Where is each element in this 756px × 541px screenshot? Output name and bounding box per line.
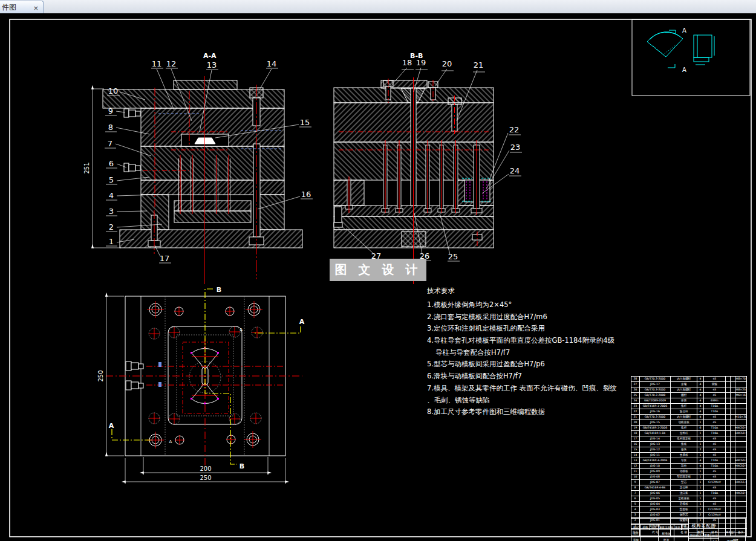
bom-cell-no: 18 xyxy=(631,431,640,436)
bom-cell-w1 xyxy=(726,404,731,409)
bom-cell-qty: 1 xyxy=(697,502,704,507)
bom-cell-name: 定位环 xyxy=(671,485,697,490)
bom-cell-name: 内六角螺钉 xyxy=(671,377,697,381)
bom-cell-w1 xyxy=(726,453,731,458)
callout-7: 7 xyxy=(108,139,112,148)
callout-22: 22 xyxy=(509,125,520,134)
callout-6: 6 xyxy=(109,159,114,168)
side-screw-9 xyxy=(124,109,140,117)
bom-cell-mat: 黄铜 xyxy=(704,382,726,387)
bom-row: 19GB/T4169.1-2006推杆6T10AHRC50-55 xyxy=(631,426,746,431)
tb-zone: 分区 xyxy=(650,525,659,530)
bom-cell-name: 水嘴 xyxy=(671,382,697,387)
bom-cell-no: 6 xyxy=(631,496,640,501)
bom-cell-no: 4 xyxy=(631,507,640,512)
section-b-bottom: B xyxy=(240,462,244,470)
bom-cell-w1 xyxy=(726,409,731,414)
bom-cell-name: 拉料杆 xyxy=(671,431,697,436)
bom-cell-no: 14 xyxy=(631,453,640,458)
bom-cell-w2 xyxy=(731,409,735,414)
bom-cell-no: 11 xyxy=(631,469,640,474)
bom-cell-w1 xyxy=(726,442,731,447)
section-a-mark-1: A xyxy=(169,439,172,444)
drawing-title: 模具装配图 xyxy=(689,519,719,533)
bom-cell-note xyxy=(735,453,747,458)
bom-cell-name: 弹簧 xyxy=(671,398,697,403)
bom-cell-mat: 45 xyxy=(704,453,726,458)
bom-row: 12JDG-10导柱4T10AHRC50-55 xyxy=(631,464,746,469)
drawing-tab[interactable]: 件图 × xyxy=(0,1,44,13)
bom-cell-qty: 2 xyxy=(697,513,704,517)
bom-cell-no: 21 xyxy=(631,415,640,420)
technical-requirements: 技术要求 1.模板外缘倒角均为2×45° 2.浇口套与定模板采用过度配合H7/m… xyxy=(427,287,630,420)
bom-cell-qty: 4 xyxy=(697,393,704,398)
bom-cell-w2 xyxy=(731,415,735,420)
bom-cell-no: 22 xyxy=(631,409,640,414)
ejector-base-plate xyxy=(174,211,251,222)
callout-9: 9 xyxy=(108,106,113,115)
bom-cell-note: M8×70 xyxy=(735,377,747,381)
bom-cell-no: 13 xyxy=(631,458,640,463)
bom-cell-w2 xyxy=(731,436,735,441)
bom-cell-note xyxy=(735,442,747,447)
bom-cell-w1 xyxy=(726,436,731,441)
bom-cell-note xyxy=(735,404,747,409)
bom-cell-no: 25 xyxy=(631,393,640,398)
bom-row: 14JDG-11支承板145 xyxy=(631,453,746,458)
bom-cell-mat: 45 xyxy=(704,415,726,420)
bom-cell-no: 16 xyxy=(631,442,640,447)
tb-date: 年月日 xyxy=(682,525,689,530)
bom-cell-w2 xyxy=(731,475,735,479)
bom-row: 8GB/T4169.4-84定位环145 xyxy=(631,485,746,491)
section-a-left: A xyxy=(109,422,114,430)
bom-cell-code: JDG-07 xyxy=(640,480,671,485)
tech-line: 7.模具、模架及其零件的工作 表面不允许有碰伤、凹痕、裂纹 xyxy=(427,384,630,396)
bom-row: 4JDG-03型腔板1Cr12MoV xyxy=(631,507,746,513)
bom-cell-qty: 4 xyxy=(697,464,704,468)
bom-cell-code: GB/T70.3-2000 xyxy=(640,377,671,381)
callout-3: 3 xyxy=(109,207,114,216)
bom-cell-w2 xyxy=(731,513,735,517)
bom-cell-w1 xyxy=(726,447,731,452)
tb-sign: 签名 xyxy=(674,525,682,530)
callout-17: 17 xyxy=(160,254,170,263)
tab-close-icon[interactable]: × xyxy=(33,2,39,15)
bom-cell-mat: 45 xyxy=(704,502,726,507)
bom-cell-w1 xyxy=(726,393,731,398)
bom-cell-name: 动模座板 xyxy=(671,420,697,425)
bom-cell-no: 15 xyxy=(631,447,640,452)
bom-cell-qty: 1 xyxy=(697,475,704,479)
bom-cell-name: 螺钉 xyxy=(671,393,697,398)
ejector-retainer-plate xyxy=(174,201,251,211)
fit-marks xyxy=(158,362,161,387)
bom-cell-w1 xyxy=(726,458,731,463)
bom-cell-w1 xyxy=(726,513,731,517)
bom-cell-qty: 1 xyxy=(697,491,704,496)
tb-scale: 比例 xyxy=(711,533,719,539)
bom-row: 5JDG-04定模板145 xyxy=(631,502,746,507)
drawing-tab-label: 件图 xyxy=(2,3,16,11)
section-b-top: B xyxy=(217,286,221,294)
bom-cell-w1 xyxy=(726,415,731,420)
bom-row: 23GB/T4169.1-2006推杆4T10A xyxy=(631,404,746,409)
core-plate xyxy=(141,146,284,180)
callout-10: 10 xyxy=(108,86,119,96)
dim-251: 251 xyxy=(83,89,121,248)
tb-stage: 阶段标记 xyxy=(689,533,703,539)
bom-row: 24GB/T2089-2009弹簧465Mn xyxy=(631,398,746,404)
bom-row: 22JDG-16复位杆4T10A xyxy=(631,409,746,415)
tech-line: 4.导柱导套孔对模板平面的垂直度公差按GB-1184附录的4级 xyxy=(427,336,630,348)
bom-cell-note xyxy=(735,409,747,414)
section-lines xyxy=(112,289,301,464)
bom-cell-code: GB/T4169.4-84 xyxy=(640,485,671,490)
section-a-mark-2: A xyxy=(240,328,243,332)
bom-cell-w2 xyxy=(731,480,735,485)
callout-13: 13 xyxy=(207,60,217,70)
bom-cell-qty: 1 xyxy=(697,442,704,447)
bom-row: 15JDG-12垫块245 xyxy=(631,447,746,453)
bom-cell-w1 xyxy=(726,420,731,425)
bom-cell-mat: T10A xyxy=(704,409,726,414)
section-a-right: A xyxy=(299,318,305,326)
bom-cell-qty: 1 xyxy=(697,453,704,458)
bom-cell-note xyxy=(735,382,747,387)
